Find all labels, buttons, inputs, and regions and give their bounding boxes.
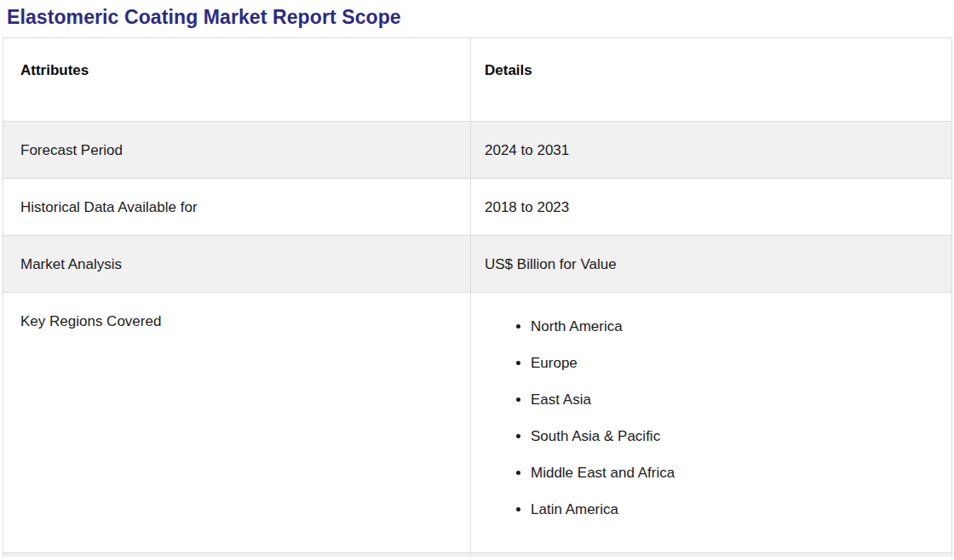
regions-list: North America Europe East Asia South Asi… <box>485 316 934 520</box>
detail-cell: US$ Billion for Value <box>471 236 952 293</box>
region-item: Europe <box>531 352 934 374</box>
page-title: Elastomeric Coating Market Report Scope <box>7 6 954 28</box>
region-item: East Asia <box>531 389 934 410</box>
table-row-partial-cutoff <box>3 553 952 557</box>
region-item: South Asia & Pacific <box>531 426 934 447</box>
region-item: North America <box>531 316 934 337</box>
table-row-market-analysis: Market Analysis US$ Billion for Value <box>3 236 952 293</box>
table-header-attributes: Attributes <box>3 38 471 122</box>
table-header-row: Attributes Details <box>3 38 952 122</box>
table-row-forecast-period: Forecast Period 2024 to 2031 <box>3 122 952 179</box>
report-scope-table: Attributes Details Forecast Period 2024 … <box>3 37 952 557</box>
attribute-cell: Market Analysis <box>3 236 471 293</box>
detail-cell: 2024 to 2031 <box>471 122 952 179</box>
table-row-historical-data: Historical Data Available for 2018 to 20… <box>3 179 952 236</box>
region-item: Middle East and Africa <box>531 462 934 483</box>
detail-cell: 2018 to 2023 <box>471 179 952 236</box>
table-row-key-regions: Key Regions Covered North America Europe… <box>3 293 952 553</box>
detail-cell <box>471 553 952 557</box>
attribute-cell: Forecast Period <box>3 122 471 179</box>
attribute-cell: Historical Data Available for <box>3 179 471 236</box>
table-header-details: Details <box>471 38 952 122</box>
attribute-cell <box>3 553 471 557</box>
attribute-cell: Key Regions Covered <box>3 293 471 553</box>
region-item: Latin America <box>531 499 934 520</box>
detail-cell: North America Europe East Asia South Asi… <box>471 293 952 553</box>
